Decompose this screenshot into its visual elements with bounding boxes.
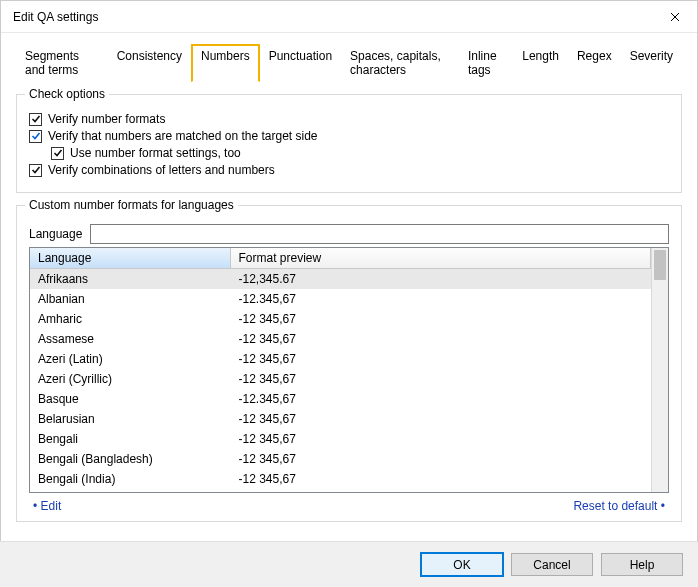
checkbox-label: Use number format settings, too	[70, 146, 241, 160]
cell-preview: -12 345,67	[230, 409, 651, 429]
column-header-language[interactable]: Language	[30, 248, 230, 269]
checkbox-icon	[29, 113, 42, 126]
close-icon	[670, 12, 680, 22]
tab-segments-and-terms[interactable]: Segments and terms	[16, 44, 108, 82]
use-number-format-settings-row[interactable]: Use number format settings, too	[51, 146, 669, 160]
reset-default-link[interactable]: Reset to default	[573, 499, 665, 513]
edit-link[interactable]: Edit	[33, 499, 61, 513]
cell-language: Azeri (Latin)	[30, 349, 230, 369]
cell-preview: -12 345,67	[230, 429, 651, 449]
language-input[interactable]	[90, 224, 669, 244]
check-options-title: Check options	[25, 87, 109, 101]
cell-preview: -12 345,67	[230, 349, 651, 369]
cancel-button[interactable]: Cancel	[511, 553, 593, 576]
help-button[interactable]: Help	[601, 553, 683, 576]
table-row[interactable]: Azeri (Cyrillic)-12 345,67	[30, 369, 651, 389]
cell-language: Bengali	[30, 429, 230, 449]
tab-consistency[interactable]: Consistency	[108, 44, 191, 82]
formats-table-scroll: Language Format preview Afrikaans-12,345…	[30, 248, 651, 492]
tab-punctuation[interactable]: Punctuation	[260, 44, 341, 82]
table-row[interactable]: Azeri (Latin)-12 345,67	[30, 349, 651, 369]
tab-numbers[interactable]: Numbers	[191, 44, 260, 82]
language-label: Language	[29, 227, 82, 241]
close-button[interactable]	[653, 1, 697, 33]
table-row[interactable]: Amharic-12 345,67	[30, 309, 651, 329]
cell-language: Bengali (Bangladesh)	[30, 449, 230, 469]
tab-severity[interactable]: Severity	[621, 44, 682, 82]
cell-preview: -12 345,67	[230, 449, 651, 469]
table-row[interactable]: Bengali-12 345,67	[30, 429, 651, 449]
check-options-group: Check options Verify number formats Veri…	[16, 94, 682, 193]
scrollbar-thumb[interactable]	[654, 250, 666, 280]
cell-preview: -12,345.67	[230, 269, 651, 290]
cell-language: Basque	[30, 389, 230, 409]
checkbox-icon	[51, 147, 64, 160]
titlebar: Edit QA settings	[1, 1, 697, 33]
table-row[interactable]: Bengali (India)-12 345,67	[30, 469, 651, 489]
table-row[interactable]: Belarusian-12 345,67	[30, 409, 651, 429]
ok-button[interactable]: OK	[421, 553, 503, 576]
cell-language: Afrikaans	[30, 269, 230, 290]
custom-formats-title: Custom number formats for languages	[25, 198, 238, 212]
cell-language: Amharic	[30, 309, 230, 329]
checkbox-icon	[29, 130, 42, 143]
button-bar: OK Cancel Help	[0, 541, 698, 587]
column-header-preview[interactable]: Format preview	[230, 248, 651, 269]
formats-table: Language Format preview Afrikaans-12,345…	[30, 248, 651, 489]
tab-regex[interactable]: Regex	[568, 44, 621, 82]
verify-number-formats-row[interactable]: Verify number formats	[29, 112, 669, 126]
tab-length[interactable]: Length	[513, 44, 568, 82]
content-area: Segments and termsConsistencyNumbersPunc…	[1, 33, 697, 522]
tab-inline-tags[interactable]: Inline tags	[459, 44, 513, 82]
verify-numbers-matched-row[interactable]: Verify that numbers are matched on the t…	[29, 129, 669, 143]
table-row[interactable]: Basque-12.345,67	[30, 389, 651, 409]
checkbox-label: Verify combinations of letters and numbe…	[48, 163, 275, 177]
formats-table-wrap: Language Format preview Afrikaans-12,345…	[29, 247, 669, 493]
cell-preview: -12.345,67	[230, 389, 651, 409]
cell-language: Albanian	[30, 289, 230, 309]
table-row[interactable]: Albanian-12.345,67	[30, 289, 651, 309]
cell-language: Belarusian	[30, 409, 230, 429]
table-row[interactable]: Afrikaans-12,345.67	[30, 269, 651, 290]
table-links-row: Edit Reset to default	[29, 499, 669, 513]
cell-language: Bengali (India)	[30, 469, 230, 489]
vertical-scrollbar[interactable]	[651, 248, 668, 492]
cell-language: Azeri (Cyrillic)	[30, 369, 230, 389]
table-row[interactable]: Bengali (Bangladesh)-12 345,67	[30, 449, 651, 469]
tab-strip: Segments and termsConsistencyNumbersPunc…	[16, 43, 682, 82]
table-row[interactable]: Assamese-12 345,67	[30, 329, 651, 349]
cell-preview: -12.345,67	[230, 289, 651, 309]
window-title: Edit QA settings	[13, 10, 98, 24]
checkbox-label: Verify that numbers are matched on the t…	[48, 129, 317, 143]
cell-preview: -12 345,67	[230, 369, 651, 389]
checkbox-icon	[29, 164, 42, 177]
custom-formats-group: Custom number formats for languages Lang…	[16, 205, 682, 522]
language-filter-row: Language	[29, 224, 669, 244]
checkbox-label: Verify number formats	[48, 112, 165, 126]
cell-preview: -12 345,67	[230, 469, 651, 489]
cell-language: Assamese	[30, 329, 230, 349]
cell-preview: -12 345,67	[230, 309, 651, 329]
verify-letter-number-combos-row[interactable]: Verify combinations of letters and numbe…	[29, 163, 669, 177]
cell-preview: -12 345,67	[230, 329, 651, 349]
tab-spaces-capitals-characters[interactable]: Spaces, capitals, characters	[341, 44, 459, 82]
